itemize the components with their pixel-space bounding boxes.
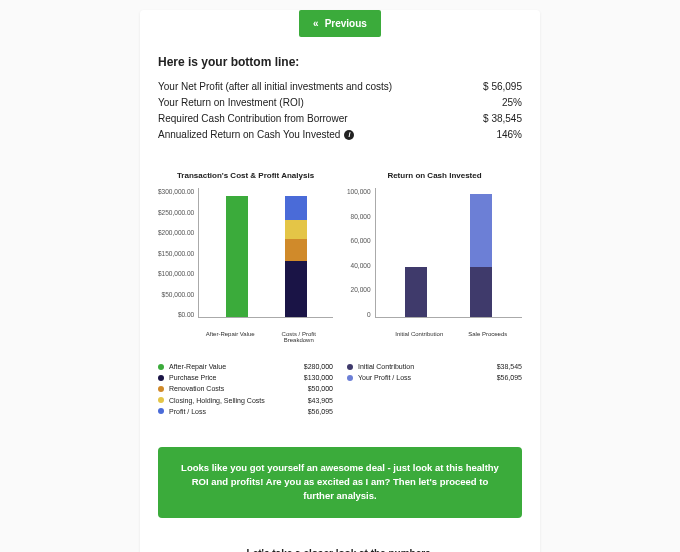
y-axis: 100,00080,00060,00040,00020,0000: [347, 188, 375, 318]
bar-segment: [405, 267, 427, 317]
legend-label: After-Repair Value: [169, 361, 226, 372]
metric-label: Annualized Return on Cash You Investedi: [158, 127, 354, 143]
bar-segment: [470, 194, 492, 267]
legend-dot-icon: [158, 408, 164, 414]
legend-column: Initial Contribution$38,545Your Profit /…: [347, 361, 522, 417]
legend-dot-icon: [158, 386, 164, 392]
metric-row: Your Net Profit (after all initial inves…: [158, 79, 522, 95]
charts-row: Transaction's Cost & Profit Analysis$300…: [158, 171, 522, 343]
chart-area: 100,00080,00060,00040,00020,0000: [347, 188, 522, 328]
chart-plot: [198, 188, 333, 318]
legend-value: $50,000: [308, 383, 333, 394]
legend-value: $38,545: [497, 361, 522, 372]
chart-column: Transaction's Cost & Profit Analysis$300…: [158, 171, 333, 343]
bar-segment: [470, 267, 492, 317]
legend-label: Initial Contribution: [358, 361, 414, 372]
legend-item: Profit / Loss$56,095: [158, 406, 333, 417]
metric-label: Your Net Profit (after all initial inves…: [158, 79, 392, 95]
bar: [470, 194, 492, 317]
bar-segment: [285, 239, 307, 261]
previous-button[interactable]: « Previous: [299, 10, 381, 37]
metric-row: Annualized Return on Cash You Investedi1…: [158, 127, 522, 143]
bar-segment: [285, 196, 307, 220]
legend-value: $130,000: [304, 372, 333, 383]
chart-column: Return on Cash Invested100,00080,00060,0…: [347, 171, 522, 343]
legend-dot-icon: [158, 397, 164, 403]
legend-value: $56,095: [308, 406, 333, 417]
bar: [285, 196, 307, 317]
info-icon[interactable]: i: [344, 130, 354, 140]
legend-value: $280,000: [304, 361, 333, 372]
legend-row: After-Repair Value$280,000Purchase Price…: [158, 361, 522, 417]
legend-label: Your Profit / Loss: [358, 372, 411, 383]
metric-row: Required Cash Contribution from Borrower…: [158, 111, 522, 127]
metric-value: 25%: [502, 95, 522, 111]
legend-dot-icon: [158, 375, 164, 381]
previous-label: Previous: [325, 18, 367, 29]
closer-look-text: Let's take a closer look at the numbers.: [158, 548, 522, 552]
top-nav-row: « Previous: [158, 10, 522, 37]
legend-dot-icon: [158, 364, 164, 370]
metric-row: Your Return on Investment (ROI)25%: [158, 95, 522, 111]
headline: Here is your bottom line:: [158, 55, 522, 69]
legend-label: Closing, Holding, Selling Costs: [169, 395, 265, 406]
legend-label: Profit / Loss: [169, 406, 206, 417]
legend-item: Initial Contribution$38,545: [347, 361, 522, 372]
legend-item: Your Profit / Loss$56,095: [347, 372, 522, 383]
chart-plot: [375, 188, 523, 318]
x-axis-labels: Initial ContributionSale Proceeds: [347, 331, 522, 337]
metric-label: Required Cash Contribution from Borrower: [158, 111, 348, 127]
bar: [405, 267, 427, 317]
y-axis: $300,000.00$250,000.00$200,000.00$150,00…: [158, 188, 198, 318]
chart-title: Transaction's Cost & Profit Analysis: [158, 171, 333, 180]
legend-value: $56,095: [497, 372, 522, 383]
metric-value: $ 56,095: [483, 79, 522, 95]
metrics-list: Your Net Profit (after all initial inves…: [158, 79, 522, 143]
legend-value: $43,905: [308, 395, 333, 406]
legend-item: Closing, Holding, Selling Costs$43,905: [158, 395, 333, 406]
legend-dot-icon: [347, 375, 353, 381]
legend-label: Purchase Price: [169, 372, 216, 383]
legend-column: After-Repair Value$280,000Purchase Price…: [158, 361, 333, 417]
results-card: « Previous Here is your bottom line: You…: [140, 10, 540, 552]
legend-dot-icon: [347, 364, 353, 370]
chart-title: Return on Cash Invested: [347, 171, 522, 180]
legend-item: After-Repair Value$280,000: [158, 361, 333, 372]
legend-item: Purchase Price$130,000: [158, 372, 333, 383]
x-axis-labels: After-Repair ValueCosts / Profit Breakdo…: [158, 331, 333, 343]
summary-banner: Looks like you got yourself an awesome d…: [158, 447, 522, 518]
bar-segment: [285, 261, 307, 317]
bar-segment: [285, 220, 307, 239]
chart-area: $300,000.00$250,000.00$200,000.00$150,00…: [158, 188, 333, 328]
legend-label: Renovation Costs: [169, 383, 224, 394]
chevron-left-icon: «: [313, 19, 319, 29]
metric-label: Your Return on Investment (ROI): [158, 95, 304, 111]
bar-segment: [226, 196, 248, 317]
bar: [226, 196, 248, 317]
metric-value: $ 38,545: [483, 111, 522, 127]
metric-value: 146%: [496, 127, 522, 143]
legend-item: Renovation Costs$50,000: [158, 383, 333, 394]
